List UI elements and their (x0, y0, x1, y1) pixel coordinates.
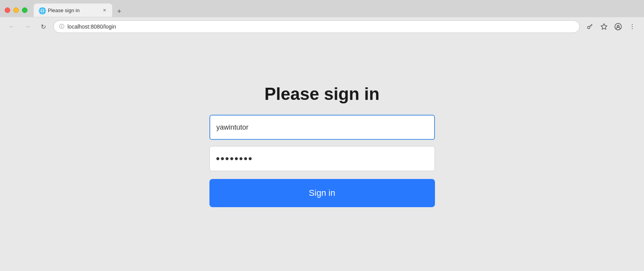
page-title: Please sign in (264, 84, 379, 104)
tab-favicon-icon: 🌐 (38, 7, 45, 13)
username-input[interactable] (209, 115, 435, 140)
toolbar-icons (584, 21, 638, 32)
menu-icon[interactable] (627, 21, 638, 32)
new-tab-button[interactable]: + (114, 6, 125, 17)
account-icon[interactable] (613, 21, 624, 32)
refresh-button[interactable]: ↻ (38, 21, 49, 32)
tab-title: Please sign in (48, 7, 98, 13)
svg-point-5 (632, 28, 633, 29)
svg-marker-1 (601, 24, 607, 29)
info-icon: ⓘ (59, 23, 64, 30)
tab-area: 🌐 Please sign in ✕ + (34, 4, 639, 17)
minimize-button[interactable] (13, 7, 19, 13)
svg-point-2 (615, 23, 622, 30)
bookmark-star-icon[interactable] (599, 21, 609, 32)
traffic-lights (5, 7, 27, 13)
login-form: Please sign in Sign in (208, 84, 436, 207)
password-key-icon[interactable] (584, 21, 595, 32)
forward-button[interactable]: → (22, 21, 33, 32)
svg-point-4 (632, 26, 633, 27)
tab-close-button[interactable]: ✕ (101, 7, 107, 13)
close-button[interactable] (5, 7, 10, 13)
title-bar: 🌐 Please sign in ✕ + (0, 0, 644, 17)
url-display: localhost:8080/login (67, 23, 574, 30)
page-content: Please sign in Sign in (0, 36, 644, 271)
active-tab[interactable]: 🌐 Please sign in ✕ (34, 4, 112, 17)
browser-chrome: 🌐 Please sign in ✕ + ← → ↻ ⓘ localhost:8… (0, 0, 644, 36)
svg-point-3 (632, 24, 633, 25)
password-input[interactable] (209, 146, 435, 171)
address-bar: ← → ↻ ⓘ localhost:8080/login (0, 17, 644, 36)
url-bar[interactable]: ⓘ localhost:8080/login (53, 20, 580, 33)
svg-point-0 (588, 26, 590, 29)
back-button[interactable]: ← (6, 21, 17, 32)
maximize-button[interactable] (22, 7, 27, 13)
sign-in-button[interactable]: Sign in (209, 179, 435, 207)
